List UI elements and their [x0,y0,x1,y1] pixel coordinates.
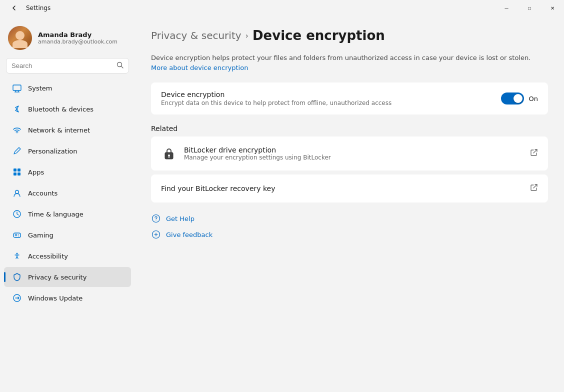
sidebar-item-accounts-label: Accounts [28,190,58,197]
svg-line-1 [122,66,124,68]
maximize-button[interactable]: □ [518,0,541,16]
svg-rect-7 [14,168,16,172]
sidebar: Amanda Brady amanda.brady@outlook.com Sy… [0,16,135,392]
get-help-link[interactable]: Get Help [166,215,194,222]
recovery-key-title: Find your BitLocker recovery key [161,184,530,192]
bitlocker-subtitle: Manage your encryption settings using Bi… [184,154,530,161]
breadcrumb-current: Device encryption [252,28,385,43]
external-link-icon-2 [530,184,538,194]
svg-point-21 [168,154,170,156]
recovery-key-card: Find your BitLocker recovery key [151,174,548,202]
personalization-icon [12,146,22,156]
bitlocker-icon [161,146,177,162]
recovery-key-text: Find your BitLocker recovery key [161,184,530,192]
svg-point-17 [18,236,19,236]
sidebar-item-update-label: Windows Update [28,294,82,302]
get-help-item[interactable]: Get Help [151,210,548,226]
breadcrumb: Privacy & security › Device encryption [151,28,548,43]
svg-rect-2 [13,85,21,90]
bitlocker-item[interactable]: BitLocker drive encryption Manage your e… [151,136,548,170]
help-section: Get Help Give feedback [151,210,548,242]
titlebar: Settings ─ □ ✕ [0,0,564,16]
time-icon [12,209,22,219]
bitlocker-text: BitLocker drive encryption Manage your e… [184,146,530,161]
external-link-icon [530,148,538,158]
sidebar-item-gaming-label: Gaming [28,232,54,239]
sidebar-item-time[interactable]: Time & language [4,204,131,224]
svg-rect-8 [18,168,20,172]
description-link[interactable]: More about device encryption [151,64,248,72]
recovery-key-item[interactable]: Find your BitLocker recovery key [151,174,548,202]
svg-line-24 [534,184,537,188]
toggle-label: On [529,95,538,102]
user-email: amanda.brady@outlook.com [38,38,118,45]
system-icon [12,83,22,93]
svg-point-18 [16,253,18,254]
apps-icon [12,167,22,177]
svg-point-26 [156,220,156,220]
sidebar-item-accounts[interactable]: Accounts [4,183,131,203]
close-button[interactable]: ✕ [541,0,564,16]
avatar [8,26,32,50]
encryption-toggle[interactable] [501,92,524,104]
device-encryption-desc: Encrypt data on this device to help prot… [161,100,501,106]
user-name: Amanda Brady [38,31,118,38]
bluetooth-icon [12,104,22,114]
svg-line-23 [534,150,537,153]
sidebar-item-personalization-label: Personalization [28,148,78,155]
sidebar-item-privacy[interactable]: Privacy & security [4,267,131,287]
minimize-button[interactable]: ─ [495,0,518,16]
device-encryption-card: Device encryption Encrypt data on this d… [151,82,548,114]
network-icon [12,125,22,135]
breadcrumb-separator: › [246,31,248,40]
sidebar-item-gaming[interactable]: Gaming [4,225,131,245]
related-section: Related BitLocker drive encryption [151,124,548,202]
accounts-icon [12,188,22,198]
sidebar-item-accessibility[interactable]: Accessibility [4,246,131,266]
sidebar-item-apps[interactable]: Apps [4,162,131,182]
search-box[interactable] [6,58,129,74]
window-controls: ─ □ ✕ [495,0,564,16]
svg-rect-10 [18,172,20,176]
sidebar-item-network-label: Network & internet [28,126,90,134]
update-icon [12,293,22,303]
sidebar-item-personalization[interactable]: Personalization [4,141,131,161]
bitlocker-title: BitLocker drive encryption [184,146,530,154]
sidebar-item-system-label: System [28,84,52,92]
sidebar-item-accessibility-label: Accessibility [28,252,68,260]
main-content: Privacy & security › Device encryption D… [135,16,564,392]
user-info: Amanda Brady amanda.brady@outlook.com [38,31,118,45]
sidebar-item-system[interactable]: System [4,78,131,98]
svg-point-16 [18,234,19,236]
svg-rect-9 [14,172,16,176]
toggle-wrapper: On [501,92,538,104]
search-input[interactable] [12,62,112,70]
toggle-knob [514,94,522,103]
page-description: Device encryption helps protect your fil… [151,53,548,72]
sidebar-item-bluetooth[interactable]: Bluetooth & devices [4,99,131,119]
bitlocker-card: BitLocker drive encryption Manage your e… [151,136,548,170]
sidebar-item-bluetooth-label: Bluetooth & devices [28,106,94,113]
gaming-icon [12,230,22,240]
back-button[interactable] [6,0,22,16]
device-encryption-title: Device encryption [161,90,501,98]
get-help-icon [151,214,161,224]
give-feedback-item[interactable]: Give feedback [151,226,548,242]
sidebar-item-network[interactable]: Network & internet [4,120,131,140]
accessibility-icon [12,251,22,261]
device-encryption-item: Device encryption Encrypt data on this d… [151,82,548,114]
user-profile: Amanda Brady amanda.brady@outlook.com [0,20,135,58]
sidebar-item-update[interactable]: Windows Update [4,288,131,308]
breadcrumb-parent[interactable]: Privacy & security [151,30,242,42]
give-feedback-icon [151,230,161,240]
device-encryption-info: Device encryption Encrypt data on this d… [161,90,501,106]
related-label: Related [151,124,548,132]
give-feedback-link[interactable]: Give feedback [166,231,212,238]
window-title: Settings [26,4,50,12]
privacy-icon [12,272,22,282]
svg-point-6 [16,132,18,134]
sidebar-item-privacy-label: Privacy & security [28,274,86,281]
sidebar-item-time-label: Time & language [28,210,84,218]
titlebar-left: Settings [6,0,50,16]
app-container: Amanda Brady amanda.brady@outlook.com Sy… [0,16,564,392]
